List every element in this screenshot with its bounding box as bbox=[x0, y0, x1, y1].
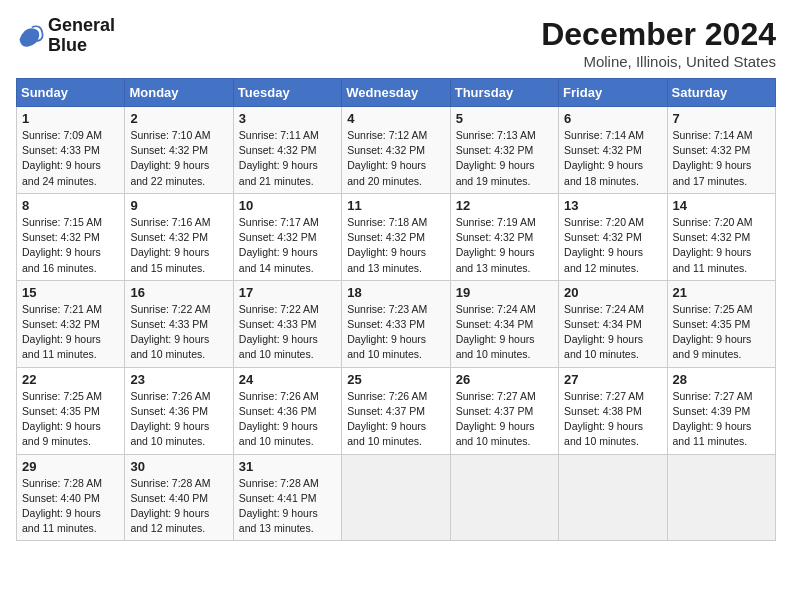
sunrise-label: Sunrise: 7:22 AM bbox=[130, 303, 210, 315]
calendar-week-row: 1 Sunrise: 7:09 AM Sunset: 4:33 PM Dayli… bbox=[17, 107, 776, 194]
calendar-cell: 2 Sunrise: 7:10 AM Sunset: 4:32 PM Dayli… bbox=[125, 107, 233, 194]
calendar-week-row: 29 Sunrise: 7:28 AM Sunset: 4:40 PM Dayl… bbox=[17, 454, 776, 541]
cell-content: Sunrise: 7:13 AM Sunset: 4:32 PM Dayligh… bbox=[456, 128, 553, 189]
sunrise-label: Sunrise: 7:12 AM bbox=[347, 129, 427, 141]
sunrise-label: Sunrise: 7:19 AM bbox=[456, 216, 536, 228]
daylight-label: Daylight: 9 hours and 16 minutes. bbox=[22, 246, 101, 273]
calendar-cell: 18 Sunrise: 7:23 AM Sunset: 4:33 PM Dayl… bbox=[342, 280, 450, 367]
calendar-cell bbox=[450, 454, 558, 541]
cell-content: Sunrise: 7:24 AM Sunset: 4:34 PM Dayligh… bbox=[564, 302, 661, 363]
cell-content: Sunrise: 7:26 AM Sunset: 4:37 PM Dayligh… bbox=[347, 389, 444, 450]
cell-content: Sunrise: 7:11 AM Sunset: 4:32 PM Dayligh… bbox=[239, 128, 336, 189]
calendar-cell: 22 Sunrise: 7:25 AM Sunset: 4:35 PM Dayl… bbox=[17, 367, 125, 454]
cell-content: Sunrise: 7:09 AM Sunset: 4:33 PM Dayligh… bbox=[22, 128, 119, 189]
weekday-header-sunday: Sunday bbox=[17, 79, 125, 107]
calendar-cell bbox=[559, 454, 667, 541]
day-number: 6 bbox=[564, 111, 661, 126]
weekday-header-thursday: Thursday bbox=[450, 79, 558, 107]
sunrise-label: Sunrise: 7:17 AM bbox=[239, 216, 319, 228]
sunrise-label: Sunrise: 7:27 AM bbox=[564, 390, 644, 402]
day-number: 22 bbox=[22, 372, 119, 387]
cell-content: Sunrise: 7:16 AM Sunset: 4:32 PM Dayligh… bbox=[130, 215, 227, 276]
daylight-label: Daylight: 9 hours and 9 minutes. bbox=[673, 333, 752, 360]
sunset-label: Sunset: 4:32 PM bbox=[673, 144, 751, 156]
sunset-label: Sunset: 4:34 PM bbox=[456, 318, 534, 330]
calendar-cell: 1 Sunrise: 7:09 AM Sunset: 4:33 PM Dayli… bbox=[17, 107, 125, 194]
daylight-label: Daylight: 9 hours and 22 minutes. bbox=[130, 159, 209, 186]
sunset-label: Sunset: 4:37 PM bbox=[347, 405, 425, 417]
sunset-label: Sunset: 4:32 PM bbox=[347, 144, 425, 156]
day-number: 2 bbox=[130, 111, 227, 126]
day-number: 25 bbox=[347, 372, 444, 387]
sunrise-label: Sunrise: 7:24 AM bbox=[564, 303, 644, 315]
daylight-label: Daylight: 9 hours and 11 minutes. bbox=[22, 507, 101, 534]
cell-content: Sunrise: 7:28 AM Sunset: 4:40 PM Dayligh… bbox=[130, 476, 227, 537]
calendar-cell: 8 Sunrise: 7:15 AM Sunset: 4:32 PM Dayli… bbox=[17, 193, 125, 280]
weekday-header-row: SundayMondayTuesdayWednesdayThursdayFrid… bbox=[17, 79, 776, 107]
cell-content: Sunrise: 7:22 AM Sunset: 4:33 PM Dayligh… bbox=[130, 302, 227, 363]
cell-content: Sunrise: 7:27 AM Sunset: 4:37 PM Dayligh… bbox=[456, 389, 553, 450]
day-number: 31 bbox=[239, 459, 336, 474]
daylight-label: Daylight: 9 hours and 10 minutes. bbox=[456, 333, 535, 360]
sunset-label: Sunset: 4:39 PM bbox=[673, 405, 751, 417]
calendar-cell: 15 Sunrise: 7:21 AM Sunset: 4:32 PM Dayl… bbox=[17, 280, 125, 367]
calendar-cell: 5 Sunrise: 7:13 AM Sunset: 4:32 PM Dayli… bbox=[450, 107, 558, 194]
month-title: December 2024 bbox=[541, 16, 776, 53]
calendar-cell: 23 Sunrise: 7:26 AM Sunset: 4:36 PM Dayl… bbox=[125, 367, 233, 454]
cell-content: Sunrise: 7:27 AM Sunset: 4:39 PM Dayligh… bbox=[673, 389, 770, 450]
logo: General Blue bbox=[16, 16, 115, 56]
sunset-label: Sunset: 4:32 PM bbox=[239, 231, 317, 243]
daylight-label: Daylight: 9 hours and 13 minutes. bbox=[239, 507, 318, 534]
sunset-label: Sunset: 4:32 PM bbox=[456, 144, 534, 156]
day-number: 26 bbox=[456, 372, 553, 387]
sunset-label: Sunset: 4:32 PM bbox=[130, 144, 208, 156]
sunset-label: Sunset: 4:33 PM bbox=[347, 318, 425, 330]
page-header: General Blue December 2024 Moline, Illin… bbox=[16, 16, 776, 70]
cell-content: Sunrise: 7:10 AM Sunset: 4:32 PM Dayligh… bbox=[130, 128, 227, 189]
sunrise-label: Sunrise: 7:14 AM bbox=[564, 129, 644, 141]
calendar-cell: 20 Sunrise: 7:24 AM Sunset: 4:34 PM Dayl… bbox=[559, 280, 667, 367]
sunrise-label: Sunrise: 7:22 AM bbox=[239, 303, 319, 315]
daylight-label: Daylight: 9 hours and 10 minutes. bbox=[456, 420, 535, 447]
calendar-cell: 7 Sunrise: 7:14 AM Sunset: 4:32 PM Dayli… bbox=[667, 107, 775, 194]
sunrise-label: Sunrise: 7:18 AM bbox=[347, 216, 427, 228]
day-number: 23 bbox=[130, 372, 227, 387]
sunrise-label: Sunrise: 7:28 AM bbox=[239, 477, 319, 489]
weekday-header-friday: Friday bbox=[559, 79, 667, 107]
weekday-header-wednesday: Wednesday bbox=[342, 79, 450, 107]
daylight-label: Daylight: 9 hours and 10 minutes. bbox=[239, 420, 318, 447]
daylight-label: Daylight: 9 hours and 17 minutes. bbox=[673, 159, 752, 186]
sunset-label: Sunset: 4:32 PM bbox=[22, 318, 100, 330]
calendar-cell: 24 Sunrise: 7:26 AM Sunset: 4:36 PM Dayl… bbox=[233, 367, 341, 454]
sunrise-label: Sunrise: 7:26 AM bbox=[239, 390, 319, 402]
daylight-label: Daylight: 9 hours and 24 minutes. bbox=[22, 159, 101, 186]
sunrise-label: Sunrise: 7:11 AM bbox=[239, 129, 319, 141]
cell-content: Sunrise: 7:18 AM Sunset: 4:32 PM Dayligh… bbox=[347, 215, 444, 276]
daylight-label: Daylight: 9 hours and 13 minutes. bbox=[347, 246, 426, 273]
calendar-cell: 27 Sunrise: 7:27 AM Sunset: 4:38 PM Dayl… bbox=[559, 367, 667, 454]
sunset-label: Sunset: 4:32 PM bbox=[673, 231, 751, 243]
calendar-cell: 13 Sunrise: 7:20 AM Sunset: 4:32 PM Dayl… bbox=[559, 193, 667, 280]
day-number: 29 bbox=[22, 459, 119, 474]
sunrise-label: Sunrise: 7:14 AM bbox=[673, 129, 753, 141]
day-number: 28 bbox=[673, 372, 770, 387]
daylight-label: Daylight: 9 hours and 11 minutes. bbox=[673, 246, 752, 273]
daylight-label: Daylight: 9 hours and 20 minutes. bbox=[347, 159, 426, 186]
cell-content: Sunrise: 7:25 AM Sunset: 4:35 PM Dayligh… bbox=[673, 302, 770, 363]
day-number: 18 bbox=[347, 285, 444, 300]
daylight-label: Daylight: 9 hours and 21 minutes. bbox=[239, 159, 318, 186]
sunset-label: Sunset: 4:32 PM bbox=[564, 231, 642, 243]
day-number: 5 bbox=[456, 111, 553, 126]
calendar-cell: 6 Sunrise: 7:14 AM Sunset: 4:32 PM Dayli… bbox=[559, 107, 667, 194]
sunset-label: Sunset: 4:36 PM bbox=[130, 405, 208, 417]
sunrise-label: Sunrise: 7:20 AM bbox=[564, 216, 644, 228]
cell-content: Sunrise: 7:23 AM Sunset: 4:33 PM Dayligh… bbox=[347, 302, 444, 363]
sunrise-label: Sunrise: 7:26 AM bbox=[347, 390, 427, 402]
day-number: 4 bbox=[347, 111, 444, 126]
sunrise-label: Sunrise: 7:25 AM bbox=[673, 303, 753, 315]
sunset-label: Sunset: 4:34 PM bbox=[564, 318, 642, 330]
daylight-label: Daylight: 9 hours and 19 minutes. bbox=[456, 159, 535, 186]
day-number: 7 bbox=[673, 111, 770, 126]
day-number: 17 bbox=[239, 285, 336, 300]
sunset-label: Sunset: 4:32 PM bbox=[239, 144, 317, 156]
